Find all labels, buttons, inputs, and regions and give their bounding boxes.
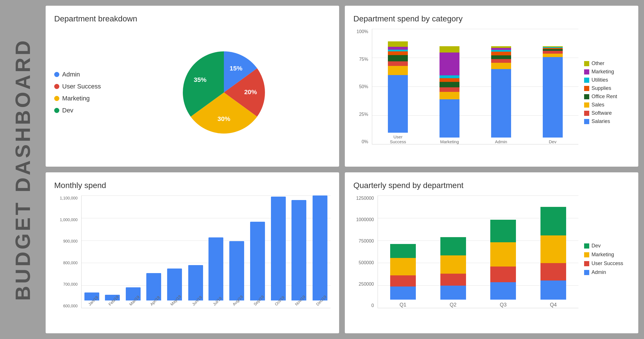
quarterly-segment [540, 235, 566, 263]
legend-label: Dev [62, 107, 73, 114]
quarterly-bar-group: Q3 [490, 220, 516, 308]
stacked-legend-item: Other [584, 60, 630, 66]
quarterly-legend-item: User Success [584, 261, 630, 267]
bar-segment [388, 55, 408, 61]
quarterly-y-label: 750000 [353, 239, 376, 244]
legend-label: User Success [592, 261, 623, 267]
quarterly-legend-item: Dev [584, 243, 630, 249]
legend-label: Office Rent [592, 94, 617, 100]
stacked-legend-item: Salaries [584, 118, 630, 124]
monthly-bar-wrap: Jan/19 [84, 292, 99, 308]
quarterly-segment [440, 286, 466, 300]
monthly-bar-wrap: May/19 [167, 269, 183, 308]
legend-label: Admin [62, 71, 80, 78]
pie-legend-item: User Success [54, 83, 106, 90]
stacked-x-label: User Success [390, 134, 406, 144]
monthly-bar-wrap: Apr/19 [146, 273, 161, 308]
quarterly-bar-group: Q1 [390, 244, 416, 308]
pie-label: 30% [217, 115, 230, 122]
bar-segment [543, 51, 563, 54]
legend-rect [584, 261, 589, 266]
monthly-bar-wrap: Jul/19 [208, 237, 223, 308]
monthly-bar-wrap: Oct/19 [271, 197, 286, 308]
quarterly-segment [390, 275, 416, 287]
stacked-bar [491, 46, 511, 138]
quarterly-y-label: 250000 [353, 282, 376, 287]
pie-label: 35% [194, 76, 206, 83]
stacked-bar [440, 46, 459, 138]
pie-legend-item: Marketing [54, 95, 106, 102]
bar-segment [388, 47, 408, 50]
pie-container: AdminUser SuccessMarketingDev 15%20%30%3… [54, 29, 331, 156]
quarterly-segment [540, 281, 566, 300]
legend-rect [584, 86, 589, 91]
dept-spend-title: Department spend by category [353, 14, 630, 23]
monthly-y-label: 700,000 [54, 282, 80, 286]
legend-label: Software [592, 110, 612, 116]
pie-chart-wrap: 15%20%30%35% [117, 47, 331, 138]
bar-segment [440, 78, 459, 82]
stacked-legend-item: Sales [584, 102, 630, 108]
monthly-bars-area: Jan/19Feb/19Mar/19Apr/19May/19Jun/19Jul/… [81, 196, 331, 308]
bar-segment [491, 52, 511, 55]
quarterly-legend-item: Admin [584, 269, 630, 275]
bar-segment [440, 75, 459, 78]
quarterly-chart-area: 025000050000075000010000001250000 Q1Q2Q3… [353, 196, 630, 322]
legend-dot [54, 108, 59, 113]
legend-label: Supplies [592, 85, 611, 91]
monthly-bar [291, 200, 306, 300]
quarterly-segment [440, 255, 466, 274]
stacked-x-label: Marketing [440, 139, 459, 144]
monthly-y-label: 1,000,000 [54, 217, 80, 222]
stacked-legend-item: Office Rent [584, 94, 630, 100]
quarterly-legend: DevMarketingUser SuccessAdmin [584, 196, 630, 322]
monthly-bar-wrap: Feb/19 [105, 295, 120, 308]
legend-dot [54, 84, 59, 89]
legend-label: Dev [592, 243, 601, 249]
bar-segment [440, 92, 459, 99]
legend-label: Marketing [592, 252, 614, 258]
quarterly-segment [440, 274, 466, 286]
monthly-bar [208, 237, 223, 300]
monthly-bar [313, 195, 327, 300]
dept-spend-card: Department spend by category 0%25%50%75%… [345, 6, 638, 167]
legend-label: Other [592, 60, 604, 66]
pie-label: 20% [244, 88, 257, 96]
stacked-y-label: 100% [353, 29, 370, 34]
stacked-x-label: Admin [495, 139, 507, 144]
quarterly-y-label: 500000 [353, 260, 376, 265]
monthly-y-label: 1,100,000 [54, 196, 80, 200]
bar-segment [440, 82, 459, 87]
bar-segment [440, 87, 459, 92]
quarterly-spend-title: Quarterly spend by department [353, 181, 630, 190]
legend-label: Marketing [62, 95, 90, 102]
sidebar: BUDGET DASHBOARD [0, 0, 46, 339]
monthly-spend-card: Monthly spend 600,000700,000800,000900,0… [46, 172, 339, 333]
pie-chart-title: Department breakdown [54, 14, 331, 23]
quarterly-bars-area: Q1Q2Q3Q4 [378, 196, 578, 308]
stacked-bar [388, 41, 408, 133]
pie-legend-item: Admin [54, 71, 106, 78]
monthly-bar [229, 241, 244, 300]
monthly-y-label: 800,000 [54, 261, 80, 265]
bar-segment [388, 51, 408, 55]
monthly-bar-wrap: Jun/19 [188, 265, 203, 308]
bar-segment [440, 99, 459, 138]
stacked-y-label: 50% [353, 84, 370, 89]
quarterly-bar-group: Q2 [440, 237, 466, 308]
dashboard-grid: Department breakdown AdminUser SuccessMa… [46, 6, 638, 333]
stacked-bar-group: User Success [386, 41, 409, 144]
legend-label: Sales [592, 102, 604, 108]
quarterly-segment [490, 267, 516, 282]
bar-segment [491, 63, 511, 69]
quarterly-segment [390, 286, 416, 300]
legend-label: Salaries [592, 118, 610, 124]
stacked-legend-item: Utilities [584, 77, 630, 83]
quarterly-main: 025000050000075000010000001250000 Q1Q2Q3… [353, 196, 578, 322]
monthly-chart-area: 600,000700,000800,000900,0001,000,0001,1… [54, 196, 331, 322]
pie-legend-item: Dev [54, 107, 106, 114]
monthly-spend-title: Monthly spend [54, 181, 331, 190]
stacked-bar [543, 46, 563, 138]
legend-rect [584, 94, 589, 99]
monthly-bar-wrap: Sep/19 [250, 222, 265, 308]
